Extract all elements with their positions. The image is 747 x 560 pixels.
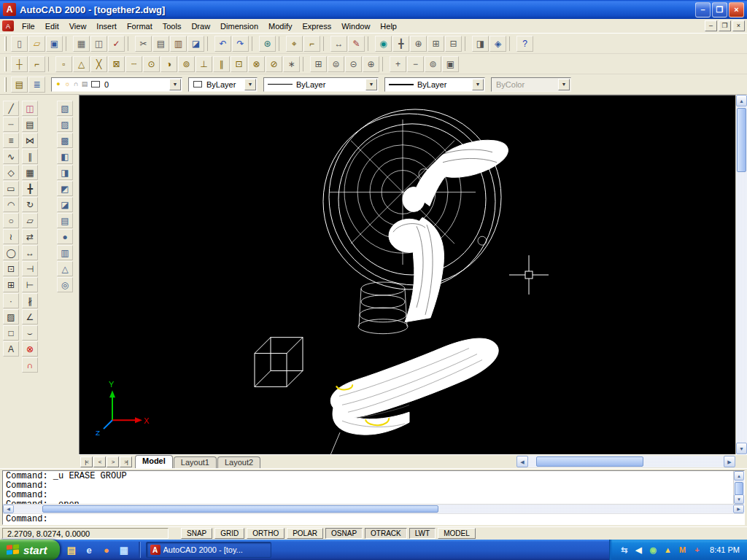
solids-cone-button[interactable]: △ <box>57 261 73 276</box>
scroll-up-button[interactable]: ▲ <box>736 95 747 106</box>
snap-perpendicular-button[interactable]: ⊥ <box>196 56 212 72</box>
osnap-settings-button[interactable]: ∗ <box>283 56 300 72</box>
horizontal-scroll-thumb[interactable] <box>42 505 438 513</box>
cut-button[interactable]: ✂ <box>135 36 152 52</box>
designcenter-button[interactable]: ◨ <box>472 36 489 52</box>
shade-flat-button[interactable]: ◧ <box>57 149 73 164</box>
solids-cylinder-button[interactable]: ▥ <box>57 245 73 260</box>
scroll-down-button[interactable]: ▼ <box>734 494 744 504</box>
command-vertical-scrollbar[interactable]: ▲ ▼ <box>733 471 744 504</box>
tray-volume-icon[interactable]: ◀ <box>633 545 644 556</box>
polygon-button[interactable]: ◇ <box>3 165 19 180</box>
snap-center-button[interactable]: ⊙ <box>143 56 160 72</box>
tray-msn-icon[interactable]: M <box>677 545 688 556</box>
tab-model[interactable]: Model <box>135 455 173 468</box>
construction-line-button[interactable]: ┈ <box>3 117 19 132</box>
help-button[interactable]: ? <box>516 36 533 52</box>
snap-extension-button[interactable]: ┄ <box>125 56 142 72</box>
zoom-center-button[interactable]: ⊕ <box>363 56 379 72</box>
multiline-button[interactable]: ≡ <box>3 133 19 148</box>
tray-messenger-icon[interactable]: ◉ <box>648 545 659 556</box>
canvas-vertical-scrollbar[interactable]: ▲ ▼ <box>735 95 747 454</box>
paste-button[interactable]: ▥ <box>170 36 187 52</box>
zoom-window-flyout-button[interactable]: ⊞ <box>427 36 444 52</box>
zoom-window-button[interactable]: ⊞ <box>310 56 327 72</box>
menu-express[interactable]: Express <box>297 20 336 32</box>
shade-gouraud-edges-button[interactable]: ◪ <box>57 197 73 212</box>
array-button[interactable]: ▦ <box>22 165 38 180</box>
quick-launch-ie-icon[interactable]: e <box>83 544 96 556</box>
snap-intersection-button[interactable]: ╳ <box>90 56 107 72</box>
insert-block-button[interactable]: ⊡ <box>3 261 19 276</box>
break-button[interactable]: ∦ <box>22 293 38 308</box>
explode-button[interactable]: ⊗ <box>22 341 38 357</box>
tray-network-icon[interactable]: ⇆ <box>619 545 630 556</box>
scale-button[interactable]: ▱ <box>22 213 38 228</box>
layer-combo[interactable]: ●☼∩▤ 0 ▼ <box>51 77 182 92</box>
mirror-button[interactable]: ⋈ <box>22 133 38 148</box>
tab-layout1[interactable]: Layout1 <box>174 456 217 468</box>
tray-update-icon[interactable]: ▲ <box>662 545 673 556</box>
snap-apparent-intersection-button[interactable]: ⊠ <box>108 56 125 72</box>
copy-button[interactable]: ▤ <box>152 36 169 52</box>
linetype-combo[interactable]: ByLayer ▼ <box>263 77 379 92</box>
solids-sphere-button[interactable]: ● <box>57 229 73 244</box>
arc-button[interactable]: ◠ <box>3 197 19 212</box>
copy-object-button[interactable]: ▤ <box>22 117 38 132</box>
toggle-osnap[interactable]: OSNAP <box>325 528 363 539</box>
open-button[interactable]: ▱ <box>28 36 45 52</box>
shade-flat-edges-button[interactable]: ◩ <box>57 181 73 196</box>
menu-help[interactable]: Help <box>375 20 402 32</box>
toggle-polar[interactable]: POLAR <box>287 528 323 539</box>
make-object-layer-current-button[interactable]: ▤ <box>11 77 28 93</box>
circle-button[interactable]: ○ <box>3 213 19 228</box>
snap-insert-button[interactable]: ⊡ <box>231 56 247 72</box>
zoom-out-button[interactable]: − <box>407 56 424 72</box>
start-button[interactable]: start <box>0 540 60 560</box>
print-button[interactable]: ▦ <box>73 36 90 52</box>
minimize-button[interactable]: – <box>695 2 711 18</box>
toggle-model[interactable]: MODEL <box>438 528 476 539</box>
pan-realtime-button[interactable]: ╋ <box>392 36 409 52</box>
temporary-tracking-button[interactable]: ┼ <box>11 56 28 72</box>
menu-dimension[interactable]: Dimension <box>215 20 263 32</box>
menu-draw[interactable]: Draw <box>186 20 215 32</box>
snap-from-button[interactable]: ⌐ <box>303 36 320 52</box>
3d-orbit-button[interactable]: ◉ <box>375 36 392 52</box>
toolbar-handle[interactable] <box>4 36 7 51</box>
rectangle-button[interactable]: ▭ <box>3 181 19 196</box>
toggle-grid[interactable]: GRID <box>214 528 244 539</box>
mdi-close-button[interactable]: × <box>732 20 745 31</box>
menu-insert[interactable]: Insert <box>91 20 122 32</box>
quick-launch-explorer-icon[interactable]: ▤ <box>66 544 78 556</box>
snap-from-button[interactable]: ⌐ <box>28 56 45 72</box>
solids-torus-button[interactable]: ◎ <box>57 277 73 292</box>
toggle-lwt[interactable]: LWT <box>409 528 436 539</box>
toolbar-handle[interactable] <box>4 77 7 92</box>
properties-button[interactable]: ◈ <box>489 36 506 52</box>
chevron-down-icon[interactable]: ▼ <box>472 79 484 90</box>
offset-button[interactable]: ∥ <box>22 149 38 164</box>
quick-launch-media-icon[interactable]: ● <box>101 544 113 556</box>
chevron-down-icon[interactable]: ▼ <box>244 79 256 90</box>
tray-security-icon[interactable]: + <box>692 545 703 556</box>
chevron-down-icon[interactable]: ▼ <box>169 79 181 90</box>
horizontal-scroll-track[interactable] <box>14 505 733 513</box>
scroll-right-button[interactable]: ▶ <box>733 505 744 513</box>
menu-format[interactable]: Format <box>122 20 158 32</box>
menu-window[interactable]: Window <box>336 20 375 32</box>
save-button[interactable]: ▣ <box>46 36 63 52</box>
shade-gouraud-button[interactable]: ◨ <box>57 165 73 180</box>
taskbar-task-autocad[interactable]: A AutoCAD 2000 - [toy... <box>146 542 271 558</box>
zoom-extents-button[interactable]: ▣ <box>442 56 459 72</box>
shade-3d-wireframe-button[interactable]: ▨ <box>57 117 73 132</box>
scroll-down-button[interactable]: ▼ <box>736 443 747 454</box>
hatch-button[interactable]: ▨ <box>3 309 19 324</box>
vertical-scroll-track[interactable] <box>734 481 744 494</box>
toolbar-handle[interactable] <box>4 57 7 71</box>
layers-button[interactable]: ≣ <box>28 77 45 93</box>
lengthen-button[interactable]: ↔ <box>22 245 38 260</box>
menu-file[interactable]: File <box>17 20 40 32</box>
tab-layout2[interactable]: Layout2 <box>217 456 260 468</box>
undo-button[interactable]: ↶ <box>214 36 231 52</box>
